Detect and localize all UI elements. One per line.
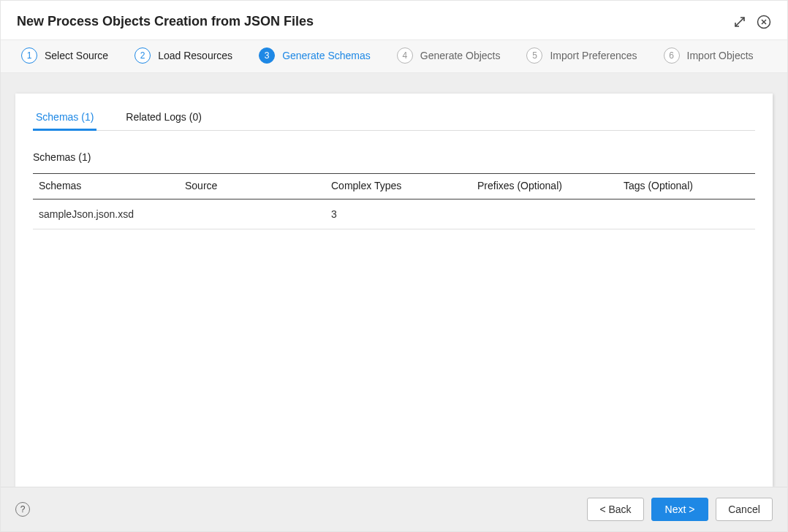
cell-schemas: sampleJson.json.xsd <box>33 200 179 229</box>
step-number: 4 <box>397 48 413 64</box>
cell-tags <box>618 200 755 229</box>
cell-source <box>179 200 325 229</box>
dialog-title: New Process Objects Creation from JSON F… <box>17 14 733 29</box>
col-header-tags[interactable]: Tags (Optional) <box>618 174 755 200</box>
table-row[interactable]: sampleJson.json.xsd 3 <box>33 200 755 229</box>
col-header-prefixes[interactable]: Prefixes (Optional) <box>471 174 618 200</box>
cancel-button[interactable]: Cancel <box>716 498 773 521</box>
section-heading: Schemas (1) <box>33 151 755 163</box>
dialog-header: New Process Objects Creation from JSON F… <box>1 1 787 39</box>
tab-related-logs[interactable]: Related Logs (0) <box>123 107 205 131</box>
step-generate-objects[interactable]: 4 Generate Objects <box>397 48 501 64</box>
step-select-source[interactable]: 1 Select Source <box>21 48 108 64</box>
step-label: Generate Objects <box>420 50 501 61</box>
next-button[interactable]: Next > <box>651 498 708 521</box>
step-label: Generate Schemas <box>282 50 371 61</box>
col-header-schemas[interactable]: Schemas <box>33 174 179 200</box>
wizard-stepper: 1 Select Source 2 Load Resources 3 Gener… <box>1 39 787 73</box>
help-icon[interactable]: ? <box>15 502 30 517</box>
step-generate-schemas[interactable]: 3 Generate Schemas <box>259 48 371 64</box>
step-number: 3 <box>259 48 275 64</box>
cell-prefixes <box>471 200 618 229</box>
step-label: Import Objects <box>687 50 754 61</box>
col-header-complex-types[interactable]: Complex Types <box>325 174 471 200</box>
tab-schemas[interactable]: Schemas (1) <box>33 107 96 131</box>
col-header-source[interactable]: Source <box>179 174 325 200</box>
step-number: 1 <box>21 48 37 64</box>
back-button[interactable]: < Back <box>587 498 644 521</box>
dialog-footer: ? < Back Next > Cancel <box>1 487 787 531</box>
expand-icon[interactable] <box>733 15 746 28</box>
step-label: Load Resources <box>158 50 232 61</box>
step-number: 5 <box>526 48 542 64</box>
step-label: Select Source <box>45 50 108 61</box>
content-panel: Schemas (1) Related Logs (0) Schemas (1)… <box>15 94 773 487</box>
svg-line-0 <box>735 18 744 26</box>
step-number: 6 <box>664 48 680 64</box>
close-icon[interactable] <box>757 15 771 29</box>
step-label: Import Preferences <box>550 50 637 61</box>
step-import-objects[interactable]: 6 Import Objects <box>664 48 754 64</box>
step-import-preferences[interactable]: 5 Import Preferences <box>526 48 637 64</box>
schemas-table: Schemas Source Complex Types Prefixes (O… <box>33 173 755 229</box>
cell-complex-types: 3 <box>325 200 471 229</box>
step-number: 2 <box>135 48 151 64</box>
panel-tabs: Schemas (1) Related Logs (0) <box>33 107 755 131</box>
step-load-resources[interactable]: 2 Load Resources <box>135 48 232 64</box>
